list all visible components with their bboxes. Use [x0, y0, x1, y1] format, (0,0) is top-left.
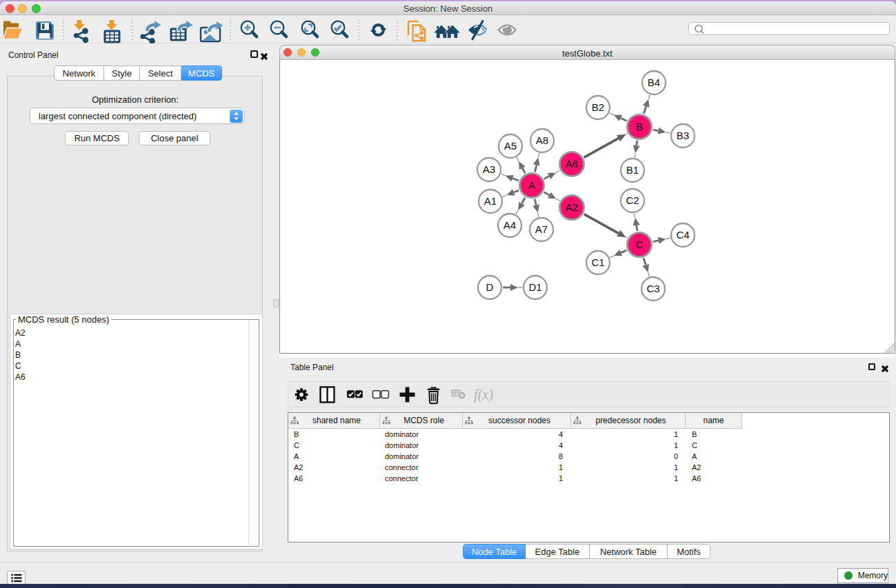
svg-text:D1: D1	[528, 281, 541, 293]
svg-text:A5: A5	[504, 140, 517, 152]
svg-text:C4: C4	[676, 229, 689, 241]
svg-text:C2: C2	[626, 194, 639, 206]
svg-text:A8: A8	[536, 134, 548, 146]
svg-text:A6: A6	[566, 158, 578, 170]
svg-text:A2: A2	[566, 201, 578, 213]
svg-text:f(x): f(x)	[474, 387, 493, 403]
svg-text:C: C	[636, 239, 644, 250]
svg-text:A3: A3	[483, 163, 495, 175]
svg-text:C1: C1	[591, 256, 604, 268]
svg-text:A4: A4	[504, 219, 516, 231]
svg-text:B2: B2	[592, 101, 604, 113]
svg-text:A: A	[528, 179, 535, 191]
svg-text:B3: B3	[677, 130, 689, 141]
svg-text:A7: A7	[535, 223, 548, 235]
svg-text:B: B	[636, 121, 643, 132]
svg-text:B1: B1	[626, 164, 639, 176]
svg-text:A1: A1	[484, 195, 497, 207]
svg-text:C3: C3	[646, 283, 659, 294]
svg-text:B4: B4	[648, 77, 660, 88]
svg-text:D: D	[486, 281, 494, 293]
